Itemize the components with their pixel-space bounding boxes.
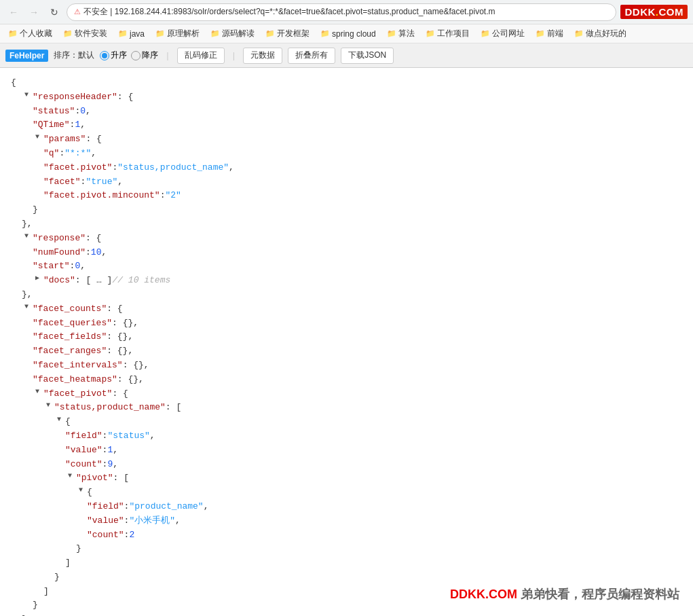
field-key1: "field" [65, 429, 102, 443]
back-button[interactable]: ← [5, 4, 22, 20]
bookmark-label: 工作项目 [437, 28, 470, 39]
facet-ranges-line: "facet_ranges" : {}, [11, 344, 682, 359]
meta-data-button[interactable]: 元数据 [243, 48, 282, 64]
download-json-button[interactable]: 下载JSON [341, 48, 394, 64]
array-item-open: { [11, 415, 682, 429]
toggle-params[interactable] [33, 132, 42, 142]
watermark-tagline: 弟弟快看，程序员编程资料站 [521, 587, 679, 601]
facet-key: "facet" [43, 175, 81, 189]
params-line: "params" : { [11, 132, 682, 147]
fold-all-button[interactable]: 折叠所有 [288, 48, 335, 64]
value-line1: "value" : 1 , [11, 443, 682, 458]
toggle-response[interactable] [22, 232, 31, 241]
bookmark-frontend[interactable]: 📁 前端 [531, 26, 567, 41]
bookmark-label: java [130, 29, 145, 39]
facet-queries-key: "facet_queries" [33, 316, 112, 331]
docs-comment: // 10 items [112, 274, 170, 288]
facet-pivot-key2: "facet_pivot" [43, 387, 112, 401]
count-line1: "count" : 9 , [11, 458, 682, 472]
response-line: "response" : { [11, 232, 682, 246]
params-close: } [11, 203, 682, 217]
qtime-key: "QTime" [33, 118, 70, 132]
toggle-response-header[interactable] [22, 90, 31, 100]
status-product-key: "status,product_name" [54, 401, 166, 415]
bookmark-company[interactable]: 📁 公司网址 [476, 26, 529, 41]
bookmark-analysis[interactable]: 📁 原理解析 [151, 26, 204, 41]
start-line: "start" : 0 , [11, 259, 682, 274]
fehelper-toolbar: FeHelper 排序：默认 升序 降序 | 乱码修正 | 元数据 折叠所有 下… [0, 43, 693, 68]
status-val: 0 [80, 105, 86, 119]
facet-queries-line: "facet_queries" : {}, [11, 316, 682, 331]
bookmark-spring[interactable]: 📁 spring cloud [316, 28, 380, 40]
qtime-val: 1 [75, 118, 80, 132]
q-val: "*:*" [64, 147, 91, 161]
facet-pivot-val: "status,product_name" [117, 161, 229, 175]
count-val2: 2 [129, 528, 134, 543]
sort-radio-group: 升序 降序 [100, 50, 158, 61]
facet-heatmaps-key: "facet_heatmaps" [33, 373, 117, 387]
bookmark-personal[interactable]: 📁 个人收藏 [4, 26, 56, 41]
value-key2: "value" [87, 514, 124, 528]
ddkk-logo: DDKK.COM [620, 5, 688, 19]
toggle-facet-pivot[interactable] [33, 387, 42, 397]
facet-mincount-val: "2" [165, 189, 181, 203]
bookmark-label: 算法 [398, 28, 415, 39]
separator: | [166, 50, 168, 60]
bookmark-label: 公司网址 [492, 28, 525, 39]
response-key: "response" [33, 232, 86, 246]
fix-encoding-button[interactable]: 乱码修正 [177, 48, 225, 64]
response-header-line: "responseHeader" : { [11, 90, 682, 105]
forward-button[interactable]: → [26, 4, 42, 20]
facet-counts-key: "facet_counts" [33, 302, 107, 316]
count-key2: "count" [87, 528, 124, 543]
facet-val: "true" [86, 175, 117, 189]
address-bar[interactable]: ⚠ 不安全 | 192.168.244.41:8983/solr/orders/… [67, 3, 616, 21]
bookmark-label: 软件安装 [75, 28, 107, 39]
facet-mincount-key: "facet.pivot.mincount" [43, 189, 160, 203]
toggle-array-item[interactable] [54, 415, 64, 424]
status-key: "status" [33, 105, 75, 119]
array-item-close: } [11, 570, 682, 585]
params-key: "params" [43, 132, 86, 147]
facet-ranges-key: "facet_ranges" [33, 344, 107, 359]
reload-button[interactable]: ↻ [46, 4, 62, 20]
pivot-item-open: { [11, 486, 682, 500]
bookmark-label: 原理解析 [167, 28, 200, 39]
facet-heatmaps-line: "facet_heatmaps" : {}, [11, 373, 682, 387]
bookmark-label: spring cloud [332, 29, 376, 39]
desc-label: 降序 [142, 50, 158, 61]
bookmark-java[interactable]: 📁 java [114, 28, 149, 40]
field-line2: "field" : "product_name" , [11, 500, 682, 514]
bookmark-label: 源码解读 [222, 28, 255, 39]
toggle-docs[interactable] [33, 274, 42, 283]
bookmark-algorithm[interactable]: 📁 算法 [383, 26, 419, 41]
watermark-brand: DDKK.COM [450, 587, 517, 601]
folder-icon: 📁 [118, 29, 128, 38]
toggle-pivot-array[interactable] [65, 471, 75, 481]
toggle-pivot-item[interactable] [76, 486, 86, 495]
bookmark-software[interactable]: 📁 软件安装 [59, 26, 111, 41]
bookmark-fun[interactable]: 📁 做点好玩的 [570, 26, 631, 41]
bookmark-work[interactable]: 📁 工作项目 [422, 26, 474, 41]
field-line1: "field" : "status" , [11, 429, 682, 443]
bookmark-label: 个人收藏 [20, 28, 52, 39]
toggle-status-product[interactable] [43, 401, 53, 410]
folder-icon: 📁 [63, 29, 73, 38]
field-key2: "field" [87, 500, 124, 514]
field-val1: "status" [107, 429, 149, 443]
sort-asc-radio[interactable]: 升序 [100, 50, 127, 61]
bookmark-source[interactable]: 📁 源码解读 [206, 26, 259, 41]
folder-icon: 📁 [574, 29, 584, 38]
radio-dot-desc [131, 51, 141, 60]
qtime-line: "QTime" : 1 , [11, 118, 682, 132]
toggle-facet-counts[interactable] [22, 302, 31, 312]
sort-desc-radio[interactable]: 降序 [131, 50, 158, 61]
count-val1: 9 [107, 458, 113, 472]
asc-label: 升序 [111, 50, 127, 61]
num-found-val: 10 [91, 246, 102, 260]
fehelper-logo: FeHelper [5, 50, 48, 62]
facet-fields-line: "facet_fields" : {}, [11, 330, 682, 344]
facet-counts-line: "facet_counts" : { [11, 302, 682, 316]
bookmark-framework[interactable]: 📁 开发框架 [261, 26, 314, 41]
folder-icon: 📁 [8, 29, 18, 38]
